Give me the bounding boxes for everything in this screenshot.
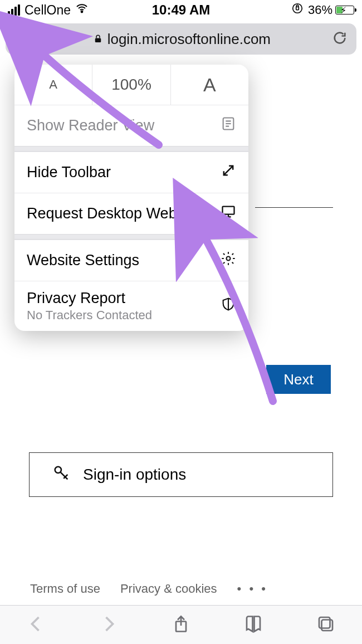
wifi-icon <box>75 2 89 18</box>
hide-toolbar[interactable]: Hide Toolbar <box>14 152 248 193</box>
show-reader-view[interactable]: Show Reader View <box>14 105 248 146</box>
more-menu[interactable]: • • • <box>237 582 268 596</box>
website-settings[interactable]: Website Settings <box>14 240 248 281</box>
footer-links: Terms of use Privacy & cookies • • • <box>30 582 268 596</box>
svg-rect-16 <box>319 617 330 628</box>
text-size-button[interactable]: AA <box>14 30 32 48</box>
privacy-link[interactable]: Privacy & cookies <box>120 582 217 596</box>
battery-icon: ⚡︎ <box>335 6 354 14</box>
url-display[interactable]: login.microsoftonline.com <box>38 31 325 48</box>
lock-icon <box>93 31 103 48</box>
url-text: login.microsoftonline.com <box>107 31 271 48</box>
privacy-report[interactable]: Privacy Report No Trackers Contacted <box>14 281 248 331</box>
zoom-in-button[interactable]: A <box>171 65 248 105</box>
terms-link[interactable]: Terms of use <box>30 582 100 596</box>
svg-rect-3 <box>95 38 101 42</box>
address-bar[interactable]: AA login.microsoftonline.com <box>6 23 356 55</box>
input-underline <box>255 207 333 208</box>
bookmarks-button[interactable] <box>243 614 263 636</box>
signin-options-label: Sign-in options <box>83 466 186 484</box>
svg-rect-9 <box>223 207 234 214</box>
svg-point-4 <box>55 466 61 472</box>
svg-point-12 <box>227 257 231 261</box>
reload-button[interactable] <box>332 30 348 48</box>
cell-signal-icon <box>8 4 20 16</box>
key-icon <box>52 464 71 486</box>
next-button[interactable]: Next <box>266 365 331 394</box>
battery-percent: 36% <box>308 3 332 17</box>
desktop-icon <box>221 204 236 223</box>
svg-point-0 <box>81 11 83 13</box>
signin-options-button[interactable]: Sign-in options <box>29 452 333 497</box>
reader-icon <box>221 116 236 135</box>
expand-icon <box>221 163 236 182</box>
svg-rect-15 <box>322 619 333 631</box>
share-button[interactable] <box>171 614 191 636</box>
gear-icon <box>221 251 236 270</box>
tabs-button[interactable] <box>316 614 336 636</box>
forward-button[interactable] <box>99 614 119 636</box>
bottom-toolbar <box>0 605 362 644</box>
carrier-label: CellOne <box>25 3 71 18</box>
status-bar: CellOne 10:49 AM 36% ⚡︎ <box>0 0 362 20</box>
rotation-lock-icon <box>291 2 304 18</box>
svg-rect-2 <box>296 7 299 10</box>
shield-icon <box>221 296 236 316</box>
aa-popover: A 100% A Show Reader View Hide Toolbar R… <box>14 65 248 331</box>
zoom-level[interactable]: 100% <box>92 65 170 105</box>
request-desktop-website[interactable]: Request Desktop Website <box>14 193 248 234</box>
zoom-out-button[interactable]: A <box>14 65 92 105</box>
back-button[interactable] <box>26 614 46 636</box>
